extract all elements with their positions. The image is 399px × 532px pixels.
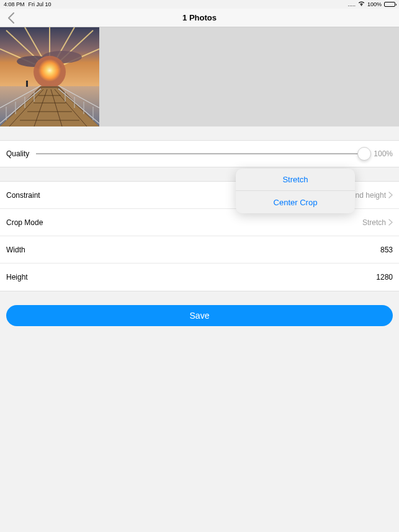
page-title: 1 Photos [0,13,399,22]
width-row[interactable]: Width 853 [0,236,399,264]
battery-percent: 100% [367,1,382,7]
quality-row: Quality 100% [0,140,399,167]
slider-knob[interactable] [357,147,371,161]
photo-thumbnail[interactable] [0,27,99,126]
quality-slider[interactable] [36,153,366,154]
quality-label: Quality [6,149,36,158]
width-value: 853 [380,246,393,254]
svg-point-12 [34,56,66,88]
chevron-right-icon [388,192,393,198]
popover-option-stretch[interactable]: Stretch [236,169,355,191]
back-button[interactable] [7,12,15,24]
height-label: Height [6,273,28,282]
battery-icon [384,2,395,7]
wifi-icon [358,1,365,7]
crop-mode-popover: Stretch Center Crop [236,169,355,213]
chevron-right-icon [388,219,393,226]
svg-rect-35 [26,81,28,87]
height-value: 1280 [376,273,393,282]
status-time: 4:08 PM [4,1,25,7]
quality-value: 100% [374,149,393,158]
cellular-dots-icon: ..... [347,1,356,7]
height-row[interactable]: Height 1280 [0,264,399,291]
width-label: Width [6,246,25,254]
save-button[interactable]: Save [6,305,393,326]
status-bar: 4:08 PM Fri Jul 10 ..... 100% [0,0,399,9]
crop-mode-value: Stretch [362,218,386,227]
photo-preview-strip [0,27,399,126]
status-date: Fri Jul 10 [29,1,52,7]
constraint-label: Constraint [6,191,40,200]
constraint-value: nd height [356,191,386,200]
nav-bar: 1 Photos [0,9,399,27]
popover-option-center-crop[interactable]: Center Crop [236,191,355,213]
crop-mode-label: Crop Mode [6,218,43,227]
